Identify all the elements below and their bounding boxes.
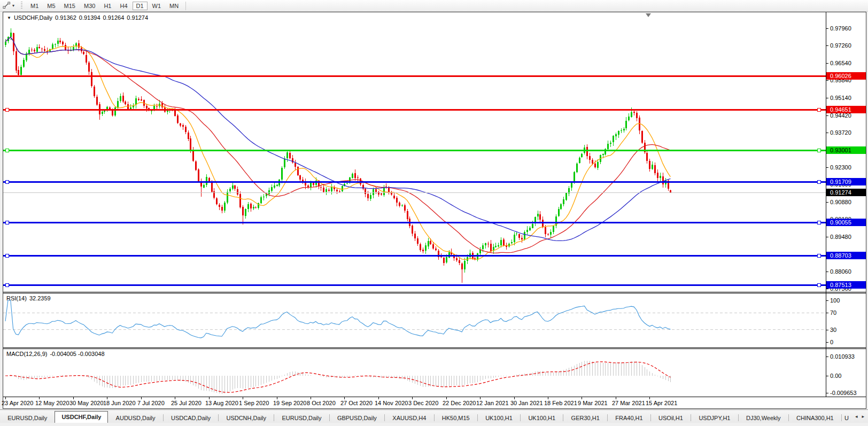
rsi-value: 32.2359 (29, 295, 51, 301)
macd-scale-tick: 0.00 (830, 373, 841, 379)
price-tick: 0.97960 (830, 25, 851, 32)
date-label: 25 Jul 2020 (171, 400, 201, 406)
date-label: 30 May 2020 (69, 400, 104, 406)
hline-handle[interactable] (817, 221, 820, 224)
hline-handle[interactable] (5, 108, 9, 111)
tabs-scroll-right-icon[interactable]: ▸ (859, 414, 866, 419)
tab-eurusd-daily[interactable]: EURUSD,Daily (0, 413, 55, 423)
tab-audusd-daily[interactable]: AUDUSD,Daily (108, 413, 162, 423)
date-label: 14 Nov 2020 (375, 400, 408, 406)
hline-handle[interactable] (817, 149, 820, 152)
chart-window[interactable]: 0.979600.972600.965400.958400.951400.944… (0, 0, 868, 409)
price-tick: 0.96540 (830, 60, 851, 66)
tab-eurusd-daily[interactable]: EURUSD,Daily (274, 413, 329, 423)
hline-handle[interactable] (817, 108, 820, 111)
date-label: 30 Jan 2021 (510, 400, 543, 406)
tab-usdjpy-h1[interactable]: USDJPY,H1 (691, 413, 738, 423)
svg-text:0.91274: 0.91274 (830, 189, 851, 196)
svg-text:0.87513: 0.87513 (830, 282, 851, 288)
svg-text:0.91709: 0.91709 (830, 179, 851, 185)
date-label: 12 Jan 2021 (476, 400, 509, 406)
line-studies-icon[interactable]: ▾ (2, 1, 15, 10)
date-label: 18 Jun 2020 (103, 400, 136, 406)
ohlc-low: 0.91264 (103, 14, 125, 21)
trendline-glyph (3, 2, 11, 10)
chart-menu-arrow[interactable]: ▼ (7, 16, 11, 20)
chart-title: ▼USDCHF,Daily0.913620.913940.912640.9127… (7, 14, 148, 21)
hline-handle[interactable] (817, 180, 820, 183)
rsi-scale-tick: 30 (830, 327, 836, 333)
price-tag-0.96026: 0.96026 (826, 72, 866, 80)
hline-handle[interactable] (817, 254, 820, 257)
price-tick: 0.93720 (830, 129, 851, 136)
timeframe-H4[interactable]: H4 (116, 2, 131, 10)
ohlc-close: 0.91274 (127, 14, 148, 21)
date-label: 18 Feb 2021 (544, 400, 577, 406)
date-label: 3 Dec 2020 (408, 400, 438, 406)
chevron-down-icon[interactable]: ▾ (12, 3, 14, 8)
date-label: 15 Apr 2021 (646, 400, 677, 406)
tab-china300-h1[interactable]: CHINA300,H1 (789, 413, 841, 423)
tab-uk100-h1[interactable]: UK100,H1 (521, 413, 563, 423)
hline-handle[interactable] (5, 254, 9, 257)
timeframe-M15[interactable]: M15 (60, 2, 79, 10)
hline-handle[interactable] (817, 283, 820, 286)
tab-usdcnh-daily[interactable]: USDCNH,Daily (219, 413, 274, 423)
timeframe-M30[interactable]: M30 (80, 2, 99, 10)
tab-hk50-m15[interactable]: HK50,M15 (435, 413, 477, 423)
symbol-period-label: USDCHF,Daily (14, 14, 52, 21)
price-tag-0.90055: 0.90055 (826, 219, 866, 226)
tab-usdchf-daily[interactable]: USDCHF,Daily (55, 411, 108, 423)
macd-indicator-label: MACD(12,26,9)-0.004005 -0.003048 (6, 351, 105, 357)
macd-values: -0.004005 -0.003048 (50, 351, 104, 357)
tab-dj30-weekly[interactable]: DJ30,Weekly (739, 413, 788, 423)
toolbar-separator (185, 2, 186, 10)
date-label: 1 Sep 2020 (239, 400, 269, 406)
date-label: 27 Oct 2020 (340, 400, 373, 406)
timeframe-MN[interactable]: MN (166, 2, 182, 10)
hline-handle[interactable] (5, 149, 9, 152)
price-tag-0.88703: 0.88703 (826, 252, 866, 259)
timeframe-M1[interactable]: M1 (27, 2, 42, 10)
tab-usdcad-daily[interactable]: USDCAD,Daily (164, 413, 218, 423)
tabs-scroll-left-icon[interactable]: ◂ (853, 414, 860, 419)
tab-xauusd-h4[interactable]: XAUUSD,H4 (385, 413, 433, 423)
macd-scale-tick: 0.010933 (830, 353, 855, 360)
price-tag-0.94651: 0.94651 (826, 106, 866, 113)
price-tick: 0.95140 (830, 95, 851, 101)
hline-handle[interactable] (5, 180, 9, 183)
date-label: 22 Dec 2020 (443, 400, 476, 406)
timeframe-H1[interactable]: H1 (100, 2, 115, 10)
tab-overflow[interactable]: U (842, 413, 851, 423)
toolbar-grip[interactable] (21, 2, 22, 10)
ohlc-open: 0.91362 (55, 14, 76, 21)
tab-uk100-h1[interactable]: UK100,H1 (478, 413, 520, 423)
macd-scale-tick: -0.009653 (830, 390, 857, 396)
date-label: 12 May 2020 (35, 400, 69, 406)
price-tick: 0.90880 (830, 199, 851, 205)
tab-fra40-h1[interactable]: FRA40,H1 (608, 413, 650, 423)
current-price-tag: 0.91274 (826, 189, 866, 196)
timeframe-M5[interactable]: M5 (43, 2, 59, 10)
hline-handle[interactable] (5, 221, 9, 224)
ohlc-high: 0.91394 (79, 14, 100, 21)
price-tick: 0.92300 (830, 164, 851, 171)
date-label: 13 Aug 2020 (205, 400, 238, 406)
tab-ger30-h1[interactable]: GER30,H1 (563, 413, 607, 423)
timeframe-W1[interactable]: W1 (149, 2, 165, 10)
svg-text:0.88703: 0.88703 (830, 252, 851, 259)
rsi-scale-tick: 0 (830, 339, 833, 345)
tab-usoil-h1[interactable]: USOil,H1 (651, 413, 691, 423)
hline-handle[interactable] (5, 283, 9, 286)
rsi-scale-tick: 70 (830, 309, 836, 316)
price-tick: 0.97260 (830, 42, 851, 49)
top-toolbar: ▾ M1M5M15M30H1H4D1W1MN (0, 0, 868, 12)
tab-gbpusd-daily[interactable]: GBPUSD,Daily (330, 413, 384, 423)
price-tick: 0.88060 (830, 268, 851, 275)
rsi-scale-tick: 100 (830, 297, 840, 304)
price-tick: 0.89480 (830, 234, 851, 240)
timeframe-D1[interactable]: D1 (133, 2, 148, 10)
rsi-indicator-label: RSI(14)32.2359 (6, 295, 51, 301)
svg-text:0.90055: 0.90055 (830, 219, 851, 226)
svg-text:0.94651: 0.94651 (830, 106, 851, 113)
